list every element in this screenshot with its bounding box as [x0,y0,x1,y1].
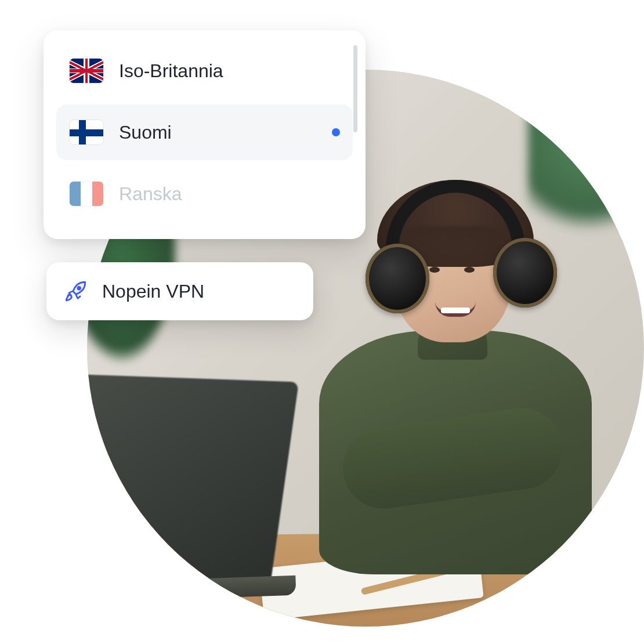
flag-uk-icon [69,58,104,84]
fastest-vpn-label: Nopein VPN [102,281,204,302]
svg-point-0 [78,287,81,290]
flag-france-icon [69,181,104,207]
country-selector-card: Iso-Britannia Suomi Ranska [44,30,366,239]
connected-indicator-icon [332,128,340,136]
country-label: Iso-Britannia [119,60,340,82]
country-item-uk[interactable]: Iso-Britannia [56,43,353,99]
flag-finland-icon [69,120,104,145]
country-item-france[interactable]: Ranska [56,166,353,222]
country-label: Ranska [119,183,340,205]
rocket-icon [64,279,88,303]
scrollbar[interactable] [353,45,357,132]
country-item-finland[interactable]: Suomi [56,104,353,160]
country-label: Suomi [119,122,317,143]
fastest-vpn-button[interactable]: Nopein VPN [46,262,313,320]
country-list: Iso-Britannia Suomi Ranska [56,43,353,222]
